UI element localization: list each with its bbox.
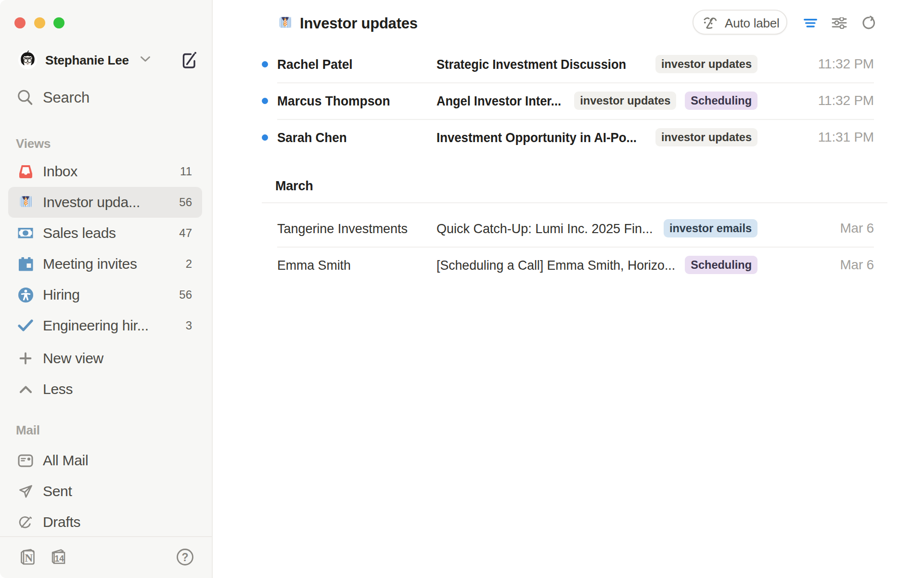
- svg-text:?: ?: [181, 551, 188, 564]
- svg-text:N: N: [25, 552, 33, 564]
- svg-text:14: 14: [55, 554, 64, 564]
